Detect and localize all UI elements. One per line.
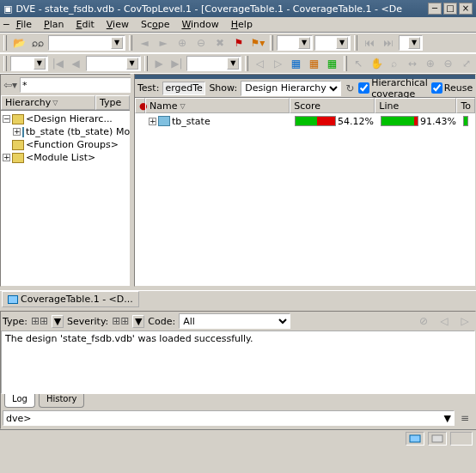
col-bullet[interactable]: ● bbox=[135, 98, 145, 113]
type-filter-icon[interactable]: ⊞⊞ bbox=[31, 312, 48, 330]
search-combo[interactable]: ▼ bbox=[48, 35, 125, 51]
console-tabs: Log History bbox=[1, 394, 475, 408]
step-back-icon[interactable]: ⏮ bbox=[361, 34, 378, 52]
status-icon-2[interactable] bbox=[428, 432, 447, 446]
show-select[interactable]: Design Hierarchy bbox=[241, 81, 341, 96]
toolbar-2: ▼ |◀ ◀ ▼ ▶ ▶| ▼ ◁ ▷ ▦ ▦ ▦ ↖ ✋ ⌕ ↔ ⊕ ⊖ ⤢ bbox=[0, 53, 476, 74]
coverage-toolbar: Test: Show: Design Hierarchy ↻ Hierarchi… bbox=[135, 79, 475, 98]
console-message: The design 'state_fsdb.vdb' was loaded s… bbox=[5, 333, 471, 344]
play-fwd-icon[interactable]: ▶ bbox=[151, 55, 168, 72]
coverage-row[interactable]: + tb_state 54.12% 91.43% bbox=[135, 113, 475, 129]
menu-plan[interactable]: Plan bbox=[39, 18, 69, 31]
zoom-minus-icon[interactable]: ⊖ bbox=[440, 55, 456, 72]
panel-1-icon[interactable]: ▦ bbox=[288, 55, 304, 72]
tree-node-tbstate[interactable]: + tb_state (tb_state) Module bbox=[1, 125, 130, 138]
tab-coveragetable[interactable]: CoverageTable.1 - <D... bbox=[2, 291, 139, 307]
menu-help[interactable]: Help bbox=[226, 18, 258, 31]
menu-edit[interactable]: Edit bbox=[70, 18, 99, 31]
go-start-icon[interactable]: |◀ bbox=[50, 55, 66, 72]
play-back-icon[interactable]: ◀ bbox=[68, 55, 84, 72]
col-score[interactable]: Score bbox=[290, 98, 375, 113]
delete-icon[interactable]: ✖ bbox=[211, 34, 229, 52]
sev-dd[interactable]: ▼ bbox=[132, 315, 144, 328]
mdi-icon: ─ bbox=[3, 19, 9, 30]
status-icon-1[interactable] bbox=[406, 432, 424, 446]
row-name: tb_state bbox=[172, 116, 211, 127]
hier-checkbox[interactable]: Hierarchical coverage bbox=[358, 77, 428, 100]
marker-next-icon[interactable]: ▷ bbox=[270, 55, 286, 72]
combo-d[interactable]: ▼ bbox=[10, 56, 48, 71]
next-msg-icon[interactable]: ▷ bbox=[456, 312, 473, 330]
test-field[interactable] bbox=[162, 82, 205, 95]
stop-icon[interactable]: ⊘ bbox=[415, 312, 432, 330]
prev-msg-icon[interactable]: ◁ bbox=[436, 312, 453, 330]
col-type[interactable]: Type bbox=[95, 95, 130, 110]
hand-icon[interactable]: ✋ bbox=[369, 55, 385, 72]
minimize-button[interactable]: ─ bbox=[428, 3, 442, 15]
col-name[interactable]: Name▽ bbox=[145, 98, 290, 113]
col-hierarchy[interactable]: Hierarchy▽ bbox=[1, 95, 95, 110]
nav-back-icon[interactable]: ◄ bbox=[136, 34, 153, 52]
zoom-sel-icon[interactable]: ⌕ bbox=[386, 55, 402, 72]
flag-red-icon[interactable]: ⚑ bbox=[230, 34, 247, 52]
menu-window[interactable]: Window bbox=[176, 18, 223, 31]
tab-history[interactable]: History bbox=[39, 394, 85, 408]
hierarchy-tree[interactable]: − <Design Hierarc... + tb_state (tb_stat… bbox=[1, 111, 130, 286]
tab-log[interactable]: Log bbox=[4, 394, 35, 408]
show-label: Show: bbox=[209, 82, 237, 94]
tree-node-funcgroups[interactable]: <Function Groups> bbox=[1, 138, 130, 151]
zoom-plus-icon[interactable]: ⊕ bbox=[422, 55, 438, 72]
command-input[interactable]: dve> ▼ bbox=[3, 410, 455, 426]
time-combo[interactable]: ▼ bbox=[86, 56, 141, 71]
combo-e[interactable]: ▼ bbox=[186, 56, 241, 71]
expand-icon[interactable]: + bbox=[149, 118, 156, 125]
toolbar-grip[interactable] bbox=[3, 35, 7, 51]
col-toggle[interactable]: To bbox=[456, 98, 475, 113]
collapse-icon[interactable]: − bbox=[3, 115, 10, 123]
panel-3-icon[interactable]: ▦ bbox=[324, 55, 340, 72]
menu-view[interactable]: View bbox=[101, 18, 134, 31]
menu-scope[interactable]: Scope bbox=[136, 18, 175, 31]
tree-node-modlist[interactable]: + <Module List> bbox=[1, 151, 130, 164]
hierarchy-toolbar: ⇦▾ ▼ ⊞⊞ ▾ bbox=[1, 75, 130, 95]
flag-orange-icon[interactable]: ⚑▾ bbox=[249, 34, 266, 52]
binoculars-icon[interactable]: ⌕⌕ bbox=[29, 34, 46, 52]
table-icon bbox=[8, 295, 18, 304]
tree-label: <Function Groups> bbox=[26, 139, 119, 150]
maximize-button[interactable]: □ bbox=[443, 3, 457, 15]
fit-icon[interactable]: ⤢ bbox=[458, 55, 474, 72]
ruler-icon[interactable]: ↔ bbox=[404, 55, 420, 72]
console-output[interactable]: The design 'state_fsdb.vdb' was loaded s… bbox=[1, 330, 475, 394]
status-bar bbox=[0, 429, 476, 446]
refresh-icon[interactable]: ↻ bbox=[345, 80, 355, 97]
coverage-body[interactable]: + tb_state 54.12% 91.43% bbox=[135, 113, 475, 286]
cmd-menu-icon[interactable]: ≡ bbox=[456, 409, 473, 427]
sev-filter-icon[interactable]: ⊞⊞ bbox=[112, 312, 129, 330]
close-button[interactable]: × bbox=[459, 3, 473, 15]
cursor-icon[interactable]: ↖ bbox=[351, 55, 367, 72]
expand-icon[interactable]: + bbox=[3, 154, 10, 161]
tree-label: <Design Hierarc... bbox=[26, 113, 113, 124]
go-end-icon[interactable]: ▶| bbox=[168, 55, 185, 72]
nav-fwd-icon[interactable]: ► bbox=[155, 34, 172, 52]
zoom-in-icon[interactable]: ⊕ bbox=[174, 34, 191, 52]
zoom-out-icon[interactable]: ⊖ bbox=[192, 34, 210, 52]
step-fwd-icon[interactable]: ⏭ bbox=[380, 34, 397, 52]
nav-up-icon[interactable]: ⇦▾ bbox=[3, 76, 18, 94]
combo-a[interactable]: ▼ bbox=[277, 35, 313, 51]
folder-icon bbox=[12, 114, 24, 124]
reuse-checkbox[interactable]: Reuse bbox=[431, 82, 473, 94]
code-select[interactable]: All bbox=[179, 313, 290, 329]
score-value: 54.12% bbox=[338, 116, 374, 127]
open-icon[interactable]: 📂 bbox=[10, 34, 27, 52]
module-icon bbox=[158, 116, 170, 126]
panel-2-icon[interactable]: ▦ bbox=[306, 55, 322, 72]
expand-icon[interactable]: + bbox=[13, 128, 21, 136]
col-line[interactable]: Line bbox=[375, 98, 456, 113]
tree-node-design[interactable]: − <Design Hierarc... bbox=[1, 112, 130, 125]
type-dd[interactable]: ▼ bbox=[52, 315, 64, 328]
combo-c[interactable]: ▼ bbox=[399, 35, 423, 51]
marker-prev-icon[interactable]: ◁ bbox=[252, 55, 268, 72]
menu-file[interactable]: FFileile bbox=[11, 18, 37, 31]
combo-b[interactable]: ▼ bbox=[314, 35, 351, 51]
